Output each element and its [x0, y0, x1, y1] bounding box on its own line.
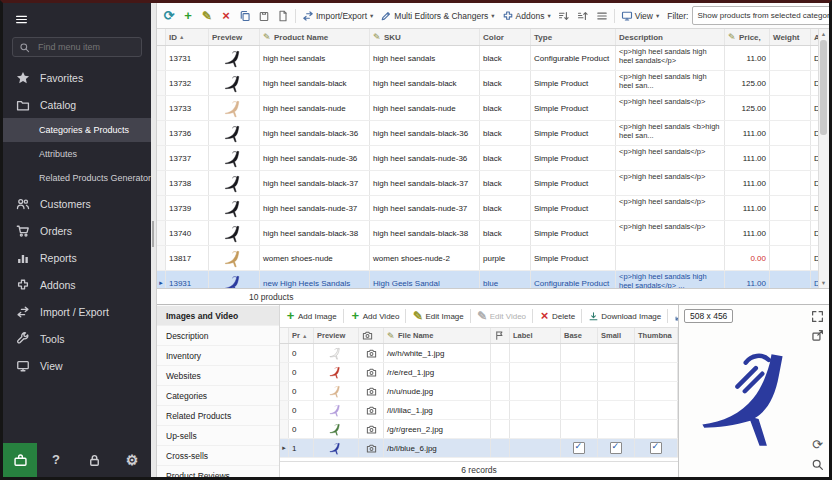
- add-product-button[interactable]: +: [179, 8, 197, 24]
- product-row-13817[interactable]: 13817women shoes-nudewomen shoes-nude-2p…: [157, 246, 818, 271]
- image-row-r-e-red-1-jpg[interactable]: 0/r/e/red_1.jpg: [280, 363, 678, 382]
- editable-pencil-icon: ✎: [728, 33, 737, 42]
- menu-search[interactable]: [12, 37, 142, 57]
- column-header-id[interactable]: ID▲: [166, 29, 209, 45]
- sidebar-subitem-categories-products[interactable]: Categories & Products: [3, 118, 151, 142]
- tab-categories[interactable]: Categories: [157, 386, 279, 406]
- column-header-color[interactable]: Color: [480, 29, 531, 45]
- images-column-small[interactable]: Small: [598, 328, 635, 343]
- scroll-up-icon[interactable]: ▲: [819, 29, 828, 39]
- import-export-button[interactable]: Import/Export ▾: [299, 8, 376, 24]
- small-checkbox[interactable]: [610, 442, 622, 454]
- sort-descending-button[interactable]: [574, 8, 592, 24]
- tab-description[interactable]: Description: [157, 326, 279, 346]
- gear-button[interactable]: ⚙: [119, 447, 145, 473]
- base-checkbox[interactable]: [573, 442, 585, 454]
- images-column-flag-icon[interactable]: [491, 328, 510, 343]
- tab-inventory[interactable]: Inventory: [157, 346, 279, 366]
- vertical-scrollbar[interactable]: ▲ ▼: [818, 29, 829, 288]
- tab-cross-sells[interactable]: Cross-sells: [157, 446, 279, 466]
- help-icon: ?: [49, 453, 64, 468]
- cell-preview: [209, 96, 260, 120]
- sidebar-item-import-export[interactable]: Import / Export: [3, 298, 151, 325]
- delete-product-button[interactable]: ×: [217, 8, 235, 24]
- images-column-camera-icon[interactable]: [359, 328, 384, 343]
- help-button[interactable]: ?: [43, 447, 69, 473]
- images-column-file-name[interactable]: ✎File Name: [384, 328, 491, 343]
- product-row-13738[interactable]: 13738high heel sandals-black-37high heel…: [157, 171, 818, 196]
- menu-search-input[interactable]: [36, 41, 132, 53]
- sidebar-subitem-attributes[interactable]: Attributes: [3, 142, 151, 166]
- tab-product-reviews[interactable]: Product Reviews: [157, 466, 279, 480]
- edit-image-button[interactable]: ✎Edit Image: [409, 309, 466, 324]
- sidebar-item-view[interactable]: View: [3, 352, 151, 379]
- product-row-13739[interactable]: 13739high heel sandals-nude-37high heel …: [157, 196, 818, 221]
- tab-related-products[interactable]: Related Products: [157, 406, 279, 426]
- column-header-attribute-set-name[interactable]: Attribute Set Name: [811, 29, 818, 45]
- column-header-sku[interactable]: ✎SKU: [370, 29, 480, 45]
- column-header-preview[interactable]: Preview: [209, 29, 260, 45]
- column-header-type[interactable]: Type: [531, 29, 616, 45]
- sort-ascending-button[interactable]: [555, 8, 573, 24]
- image-row-n-u-nude-jpg[interactable]: 0/n/u/nude.jpg: [280, 382, 678, 401]
- open-external-icon[interactable]: [811, 329, 824, 342]
- sidebar-item-catalog[interactable]: Catalog: [3, 91, 151, 118]
- column-header-weight[interactable]: Weight: [770, 29, 811, 45]
- sidebar-item-tools[interactable]: Tools: [3, 325, 151, 352]
- product-row-13733[interactable]: 13733high heel sandals-nudehigh heel san…: [157, 96, 818, 121]
- scroll-down-icon[interactable]: ▼: [819, 278, 828, 288]
- product-row-13740[interactable]: 13740high heel sandals-black-38high heel…: [157, 221, 818, 246]
- images-column-thumbna[interactable]: Thumbna: [635, 328, 678, 343]
- sidebar-item-addons[interactable]: Addons: [3, 271, 151, 298]
- copy-button[interactable]: [236, 8, 254, 24]
- delete-image-button[interactable]: ×Delete: [536, 309, 578, 324]
- cell-sku: high heel sandals-black-38: [370, 221, 480, 245]
- sidebar-item-customers[interactable]: Customers: [3, 190, 151, 217]
- product-row-13732[interactable]: 13732high heel sandals-blackhigh heel sa…: [157, 71, 818, 96]
- cell-label: [510, 439, 561, 457]
- thumbnail-checkbox[interactable]: [650, 442, 662, 454]
- store-button[interactable]: [3, 443, 37, 477]
- add-image-button[interactable]: +Add Image: [282, 309, 340, 324]
- refresh-button[interactable]: ⟳: [160, 8, 178, 24]
- add-video-button[interactable]: +Add Video: [347, 309, 403, 324]
- images-column-base[interactable]: Base: [561, 328, 598, 343]
- view-button[interactable]: View ▾: [618, 8, 663, 24]
- tab-images-and-video[interactable]: Images and Video: [157, 306, 279, 326]
- product-row-13737[interactable]: 13737high heel sandals-nude-36high heel …: [157, 146, 818, 171]
- fullscreen-icon[interactable]: [811, 310, 824, 323]
- sidebar-item-favorites[interactable]: Favorites: [3, 64, 151, 91]
- sidebar-subitem-related-products-generator[interactable]: Related Products Generator: [3, 166, 151, 190]
- category-filter-select[interactable]: Show products from selected categories ▾: [692, 6, 832, 25]
- product-row-13736[interactable]: 13736high heel sandals-black-36high heel…: [157, 121, 818, 146]
- preview-document-button[interactable]: [274, 8, 292, 24]
- addons-button[interactable]: Addons ▾: [499, 8, 554, 24]
- image-row-l-i-lilac-1-jpg[interactable]: 0/l/i/lilac_1.jpg: [280, 401, 678, 420]
- sidebar-item-orders[interactable]: Orders: [3, 217, 151, 244]
- product-row-13931[interactable]: ▸13931new High Heels SandalsHigh Geels S…: [157, 271, 818, 288]
- image-row-b-l-blue-6-jpg[interactable]: ▸1/b/l/blue_6.jpg: [280, 439, 678, 458]
- zoom-icon[interactable]: [811, 458, 824, 471]
- scrollbar-thumb[interactable]: [820, 40, 827, 135]
- multi-editors-changers-button[interactable]: Multi Editors & Changers ▾: [377, 8, 497, 24]
- tab-up-sells[interactable]: Up-sells: [157, 426, 279, 446]
- images-column-preview[interactable]: Preview: [314, 328, 359, 343]
- column-header-price[interactable]: ✎Price,: [725, 29, 770, 45]
- rotate-icon[interactable]: ⟳: [811, 438, 824, 451]
- edit-product-button[interactable]: ✎: [198, 8, 216, 24]
- product-row-13731[interactable]: 13731high heel sandalshigh heel sandalsb…: [157, 46, 818, 71]
- images-column-label[interactable]: Label: [510, 328, 561, 343]
- paste-button[interactable]: [255, 8, 273, 24]
- grouping-button[interactable]: [593, 8, 611, 24]
- tab-websites[interactable]: Websites: [157, 366, 279, 386]
- column-header-description[interactable]: Description: [616, 29, 725, 45]
- hamburger-icon[interactable]: [14, 13, 29, 26]
- image-row-g-r-green-2-jpg[interactable]: 0/g/r/green_2.jpg: [280, 420, 678, 439]
- sidebar-item-reports[interactable]: Reports: [3, 244, 151, 271]
- column-header-product-name[interactable]: ✎Product Name: [260, 29, 370, 45]
- download-image-button[interactable]: Download Image: [585, 309, 664, 324]
- image-row-w-h-white-1-jpg[interactable]: 0/w/h/white_1.jpg: [280, 344, 678, 363]
- lock-button[interactable]: [81, 447, 107, 473]
- panel-splitter[interactable]: [151, 3, 157, 477]
- images-column-pr[interactable]: Pr▲: [289, 328, 314, 343]
